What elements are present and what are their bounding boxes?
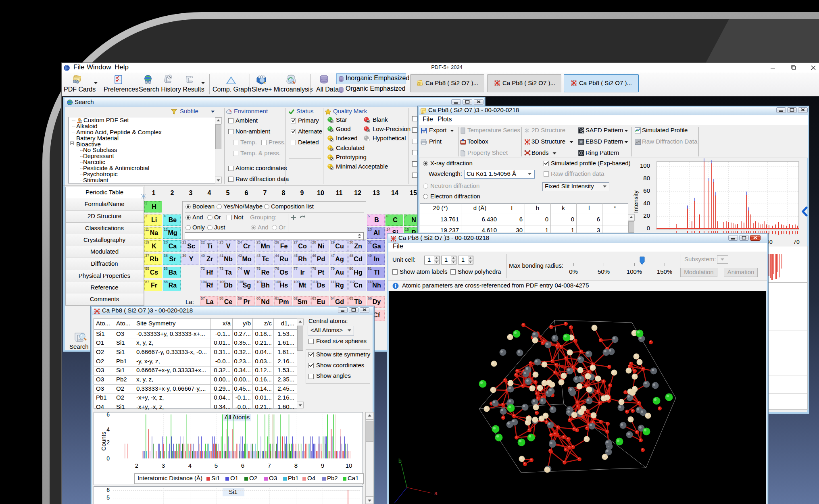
svg-text:a: a <box>434 490 438 496</box>
svg-text:b: b <box>398 458 402 464</box>
